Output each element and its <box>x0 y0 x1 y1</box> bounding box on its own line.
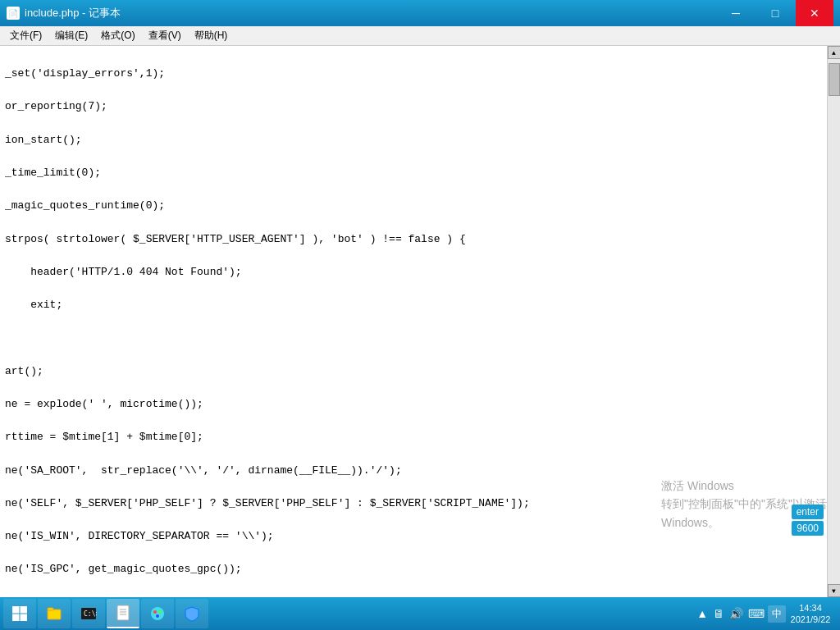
menu-help[interactable]: 帮助(H) <box>188 27 235 44</box>
menu-view[interactable]: 查看(V) <box>142 27 188 44</box>
taskbar-shield-button[interactable] <box>176 599 208 628</box>
editor-container: _set('display_errors',1); or_reporting(7… <box>0 46 840 597</box>
svg-rect-3 <box>21 614 28 622</box>
svg-rect-1 <box>21 606 28 614</box>
svg-rect-0 <box>12 606 20 614</box>
code-line: _time_limit(0); <box>5 165 822 181</box>
notepad-icon <box>115 605 131 621</box>
window-title: include.php - 记事本 <box>25 6 121 21</box>
menu-edit[interactable]: 编辑(E) <box>48 27 94 44</box>
code-line: header('HTTP/1.0 404 Not Found'); <box>5 264 822 281</box>
taskbar-ie-button[interactable] <box>38 599 71 628</box>
svg-point-13 <box>153 610 157 614</box>
tray-network-icon[interactable]: 🖥 <box>713 607 724 620</box>
code-line: ne('SA_ROOT', str_replace('\\', '/', dir… <box>5 463 822 479</box>
code-line: ne = explode(' ', microtime()); <box>5 396 822 413</box>
tray-icons: ▲ 🖥 🔊 ⌨ <box>696 607 765 620</box>
svg-rect-8 <box>117 605 129 620</box>
tray-keyboard-icon[interactable]: ⌨ <box>748 607 765 620</box>
taskbar-notepad-button[interactable] <box>107 599 139 628</box>
code-line: art(); <box>5 363 822 380</box>
code-line: strpos( strtolower( $_SERVER['HTTP_USER_… <box>5 231 822 248</box>
code-line: rttime = $mtime[1] + $mtime[0]; <box>5 429 822 445</box>
window-controls: ─ □ ✕ <box>717 0 833 26</box>
clock-time: 14:34 <box>789 602 832 614</box>
taskbar-cmd-button[interactable]: C:\> <box>72 599 105 628</box>
svg-point-12 <box>151 607 164 620</box>
app-icon: 📄 <box>7 7 20 20</box>
titlebar: 📄 include.php - 记事本 ─ □ ✕ <box>0 0 840 26</box>
scroll-up-button[interactable]: ▲ <box>828 46 841 59</box>
code-line: ne('IS_WIN', DIRECTORY_SEPARATOR == '\\'… <box>5 528 822 545</box>
svg-rect-5 <box>48 608 53 610</box>
svg-rect-4 <box>48 609 61 619</box>
tray-arrow-icon[interactable]: ▲ <box>696 607 708 620</box>
code-line: or_reporting(7); <box>5 98 822 115</box>
file-manager-icon <box>46 605 62 622</box>
minimize-button[interactable]: ─ <box>717 0 755 26</box>
scroll-track[interactable] <box>828 59 840 584</box>
num-badge: 9600 <box>792 521 824 536</box>
titlebar-left: 📄 include.php - 记事本 <box>7 6 121 21</box>
code-line: _set('display_errors',1); <box>5 66 822 82</box>
close-button[interactable]: ✕ <box>796 0 833 26</box>
shield-icon <box>184 605 200 622</box>
system-tray: ▲ 🖥 🔊 ⌨ 中 14:34 2021/9/22 <box>692 602 837 626</box>
scroll-thumb[interactable] <box>829 63 840 96</box>
code-line: ne('IS_GPC', get_magic_quotes_gpc()); <box>5 561 822 578</box>
svg-point-14 <box>158 610 162 614</box>
clock[interactable]: 14:34 2021/9/22 <box>789 602 832 626</box>
enter-badge: enter <box>792 504 824 519</box>
editor-content[interactable]: _set('display_errors',1); or_reporting(7… <box>0 46 827 597</box>
code-line: ion_start(); <box>5 132 822 148</box>
scroll-down-button[interactable]: ▼ <box>828 584 841 597</box>
code-line: ne('SELF', $_SERVER['PHP_SELF'] ? $_SERV… <box>5 495 822 512</box>
code-line: exit; <box>5 297 822 313</box>
svg-text:C:\>: C:\> <box>84 610 97 618</box>
taskbar-paint-button[interactable] <box>141 599 174 628</box>
tray-volume-icon[interactable]: 🔊 <box>729 607 743 620</box>
vertical-scrollbar[interactable]: ▲ ▼ <box>827 46 840 597</box>
lang-indicator[interactable]: 中 <box>768 605 786 623</box>
start-button[interactable] <box>3 599 36 628</box>
windows-logo-icon <box>11 605 28 622</box>
taskbar: C:\> ▲ 🖥 🔊 ⌨ 中 14:34 <box>0 597 840 630</box>
cmd-icon: C:\> <box>80 605 97 622</box>
menubar: 文件(F) 编辑(E) 格式(O) 查看(V) 帮助(H) <box>0 26 840 46</box>
maximize-button[interactable]: □ <box>756 0 794 26</box>
menu-format[interactable]: 格式(O) <box>94 27 141 44</box>
clock-date: 2021/9/22 <box>789 614 832 625</box>
paint-icon <box>149 605 166 622</box>
code-line: _magic_quotes_runtime(0); <box>5 198 822 214</box>
code-line <box>5 330 822 346</box>
svg-rect-2 <box>12 614 20 622</box>
menu-file[interactable]: 文件(F) <box>3 27 48 44</box>
svg-point-15 <box>156 614 159 618</box>
